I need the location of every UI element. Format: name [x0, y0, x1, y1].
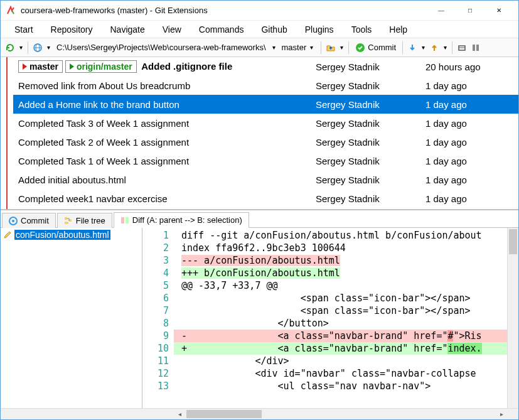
- globe-icon[interactable]: [32, 42, 43, 53]
- separator: [348, 41, 349, 54]
- menu-plugins[interactable]: Plugins: [297, 22, 341, 37]
- history-pane: masterorigin/master Added .gitignore fil…: [1, 57, 518, 210]
- commit-message: Completed Task 1 of Week 1 assignment: [13, 156, 316, 166]
- refresh-icon[interactable]: [4, 42, 16, 53]
- commit-date: 20 hours ago: [425, 62, 513, 72]
- commit-row[interactable]: Added a Home link to the brand buttonSer…: [13, 95, 518, 114]
- settings-icon[interactable]: [470, 42, 481, 53]
- branch-badge[interactable]: master: [18, 60, 63, 73]
- menu-help[interactable]: Help: [382, 22, 415, 37]
- pull-icon[interactable]: [407, 42, 418, 53]
- diff-line: + <a class="navbar-brand" href="index.: [174, 342, 507, 355]
- menu-github[interactable]: Github: [254, 22, 294, 37]
- svg-rect-14: [126, 217, 129, 223]
- svg-rect-10: [65, 217, 67, 220]
- diff-line: <span class="icon-bar"></span>: [174, 304, 507, 317]
- history-rows: masterorigin/master Added .gitignore fil…: [13, 57, 518, 209]
- commit-date: 1 day ago: [425, 80, 513, 91]
- scroll-left-icon[interactable]: ◂: [174, 409, 185, 419]
- path-dropdown[interactable]: ▾: [271, 44, 277, 51]
- commit-message: Added a Home link to the brand button: [13, 99, 316, 110]
- titlebar: coursera-web-frameworks (master) - Git E…: [1, 1, 518, 21]
- menubar: StartRepositoryNavigateViewCommandsGithu…: [1, 21, 518, 38]
- commit-date: 1 day ago: [425, 193, 513, 204]
- commit-row[interactable]: Completed Task 3 of Week 1 assignmentSer…: [13, 114, 518, 132]
- diff-line: </div>: [174, 355, 507, 367]
- line-number: 6: [144, 292, 169, 304]
- diff-line: @@ -33,7 +33,7 @@: [174, 279, 507, 292]
- tab-commit[interactable]: Commit: [2, 213, 56, 228]
- line-number: 2: [144, 242, 169, 254]
- tab-diff[interactable]: Diff (A: parent --> B: selection): [114, 212, 249, 228]
- line-number: 12: [144, 367, 169, 380]
- menu-repository[interactable]: Repository: [43, 22, 100, 37]
- scroll-right-icon[interactable]: ▸: [496, 409, 507, 419]
- menu-view[interactable]: View: [155, 22, 189, 37]
- menu-tools[interactable]: Tools: [344, 22, 380, 37]
- pull-dropdown[interactable]: ▾: [420, 44, 426, 51]
- globe-dropdown[interactable]: ▾: [46, 44, 51, 51]
- commit-date: 1 day ago: [425, 99, 513, 110]
- branch-selector[interactable]: master ▾: [279, 43, 318, 52]
- tab-label: Commit: [21, 216, 49, 225]
- scroll-thumb[interactable]: [509, 229, 517, 254]
- window-controls: — □ ✕: [427, 1, 513, 20]
- commit-row[interactable]: Removed link from About Us breadcrumbSer…: [13, 76, 518, 95]
- line-number: 5: [144, 279, 169, 292]
- line-number: 9: [144, 330, 169, 342]
- commit-row[interactable]: Added initial aboutus.htmlSergey Stadnik…: [13, 170, 518, 189]
- scroll-thumb-h[interactable]: [186, 410, 262, 418]
- menu-start[interactable]: Start: [7, 22, 41, 37]
- commit-label: Commit: [368, 43, 396, 52]
- separator: [28, 41, 28, 54]
- maximize-button[interactable]: □: [456, 1, 484, 20]
- svg-point-9: [12, 220, 14, 222]
- commit-row[interactable]: Completed week1 navbar excerciseSergey S…: [13, 189, 518, 208]
- separator: [402, 41, 403, 54]
- file-list: conFusion/aboutus.html: [1, 228, 142, 408]
- commit-icon: [9, 217, 18, 225]
- tab-label: Diff (A: parent --> B: selection): [132, 215, 242, 225]
- diff-line: <ul class="nav navbar-nav">: [174, 380, 507, 392]
- commit-message: Completed week1 navbar excercise: [13, 193, 316, 204]
- svg-rect-6: [473, 45, 475, 51]
- commit-author: Sergey Stadnik: [316, 193, 425, 204]
- commit-author: Sergey Stadnik: [316, 156, 425, 166]
- push-dropdown[interactable]: ▾: [442, 44, 448, 51]
- minimize-button[interactable]: —: [427, 1, 456, 20]
- diff-code[interactable]: diff --git a/conFusion/aboutus.html b/co…: [174, 228, 507, 408]
- push-icon[interactable]: [429, 42, 440, 53]
- close-button[interactable]: ✕: [484, 1, 513, 20]
- window-title: coursera-web-frameworks (master) - Git E…: [21, 6, 427, 15]
- menu-commands[interactable]: Commands: [191, 22, 252, 37]
- tab-tree[interactable]: File tree: [57, 213, 112, 228]
- commit-row[interactable]: masterorigin/master Added .gitignore fil…: [13, 57, 518, 76]
- detail-pane: CommitFile treeDiff (A: parent --> B: se…: [1, 210, 518, 419]
- separator: [321, 41, 321, 54]
- menu-navigate[interactable]: Navigate: [103, 22, 152, 37]
- diff-view: 12345678910111213 diff --git a/conFusion…: [142, 228, 518, 408]
- folder-dropdown[interactable]: ▾: [339, 44, 345, 51]
- refresh-dropdown[interactable]: ▾: [18, 44, 24, 51]
- tab-label: File tree: [76, 216, 105, 225]
- commit-date: 1 day ago: [425, 156, 513, 166]
- diff-icon: [120, 216, 129, 225]
- diff-line: index ffa96f2..9bc3eb3 100644: [174, 242, 507, 254]
- folder-up-icon[interactable]: [325, 42, 336, 53]
- commit-author: Sergey Stadnik: [316, 175, 425, 185]
- scrollbar-horizontal[interactable]: ◂ ▸: [1, 408, 518, 419]
- branch-name: master: [282, 43, 307, 52]
- svg-rect-12: [69, 219, 72, 222]
- commit-author: Sergey Stadnik: [316, 99, 425, 110]
- line-number: 3: [144, 254, 169, 267]
- scrollbar-vertical[interactable]: ▴: [507, 228, 518, 408]
- repo-path[interactable]: C:\Users\Sergey\Projects\Web\coursera-we…: [54, 43, 269, 52]
- stash-icon[interactable]: [456, 42, 468, 53]
- commit-row[interactable]: Completed Task 2 of Week 1 assignmentSer…: [13, 132, 518, 151]
- commit-button[interactable]: Commit: [353, 43, 399, 53]
- file-item[interactable]: conFusion/aboutus.html: [2, 229, 141, 240]
- branch-badge[interactable]: origin/master: [65, 60, 137, 73]
- svg-rect-7: [476, 45, 479, 51]
- commit-author: Sergey Stadnik: [316, 137, 425, 148]
- commit-row[interactable]: Completed Task 1 of Week 1 assignmentSer…: [13, 151, 518, 170]
